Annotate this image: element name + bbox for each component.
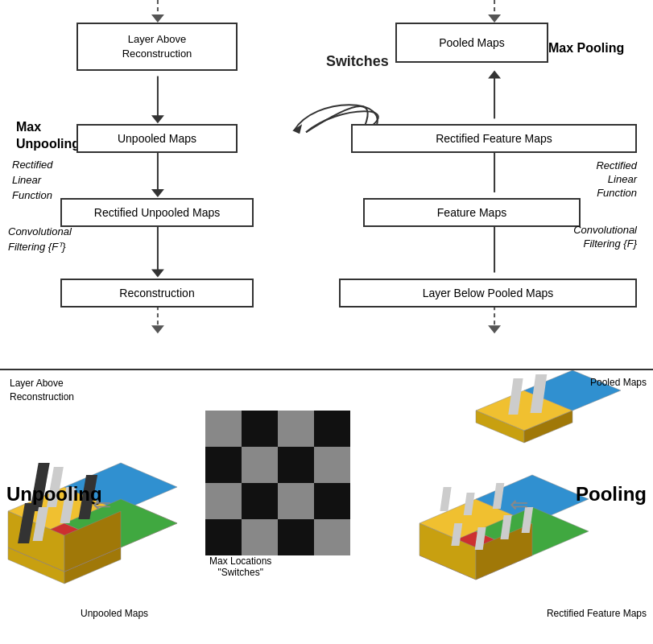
- unpooling-big-label: Unpooling: [6, 483, 102, 506]
- layer-below-pooled-maps-label: Layer Below Pooled Maps: [423, 287, 554, 299]
- svg-rect-53: [205, 519, 242, 555]
- svg-rect-49: [205, 483, 242, 519]
- svg-marker-7: [151, 270, 164, 278]
- right-iso-svg: [411, 370, 653, 644]
- rectified-linear-label-right: Rectified Linear Function: [568, 159, 637, 200]
- svg-rect-69: [440, 487, 451, 511]
- max-locations-label: Max Locations "Switches": [209, 555, 271, 578]
- convolutional-filtering-label-left: Convolutional Filtering {Fᵀ}: [8, 224, 72, 254]
- svg-marker-9: [151, 325, 164, 333]
- svg-rect-55: [278, 519, 314, 555]
- svg-marker-11: [488, 14, 501, 23]
- svg-marker-3: [151, 115, 164, 123]
- svg-rect-45: [205, 447, 242, 483]
- bottom-pooled-maps-label: Pooled Maps: [590, 377, 647, 388]
- rectified-feature-maps-label: Rectified Feature Maps: [436, 132, 552, 145]
- svg-marker-13: [488, 71, 501, 79]
- svg-rect-51: [278, 483, 314, 519]
- svg-marker-5: [151, 189, 164, 197]
- flow-diagram-section: Switches Layer Above Reconstruction Max …: [0, 0, 653, 370]
- svg-rect-41: [205, 411, 242, 447]
- left-iso-svg: [0, 370, 225, 644]
- reconstruction-label: Reconstruction: [119, 287, 194, 299]
- rectified-feature-maps-box: Rectified Feature Maps: [351, 124, 637, 153]
- main-diagram: Switches Layer Above Reconstruction Max …: [0, 0, 653, 644]
- bottom-rectified-feature-maps-label: Rectified Feature Maps: [547, 608, 647, 619]
- svg-rect-42: [242, 411, 278, 447]
- bottom-unpooled-maps-label: Unpooled Maps: [81, 608, 148, 619]
- pooled-maps-box: Pooled Maps: [395, 23, 548, 63]
- unpooled-maps-label: Unpooled Maps: [118, 132, 196, 145]
- convolutional-filtering-label-right: Convolutional Filtering {F}: [564, 224, 637, 251]
- svg-rect-56: [314, 519, 350, 555]
- layer-above-reconstruction-box: Layer Above Reconstruction: [76, 23, 238, 71]
- unpooling-arrow-icon: ⇐: [93, 491, 111, 518]
- svg-marker-23: [292, 124, 302, 134]
- svg-rect-54: [242, 519, 278, 555]
- center-switches-svg: [205, 411, 350, 555]
- rectified-unpooled-maps-box: Rectified Unpooled Maps: [60, 198, 254, 227]
- pooled-maps-label: Pooled Maps: [439, 36, 505, 49]
- svg-marker-1: [151, 14, 164, 23]
- feature-maps-box: Feature Maps: [363, 198, 581, 227]
- max-pooling-label: Max Pooling: [548, 40, 637, 57]
- svg-rect-44: [314, 411, 350, 447]
- pooling-big-label: Pooling: [576, 483, 647, 506]
- reconstruction-box: Reconstruction: [60, 279, 254, 308]
- pooling-arrow-icon: ⇐: [510, 491, 528, 518]
- rectified-linear-label-left: Rectified Linear Function: [12, 157, 81, 203]
- bottom-layer-above-label: Layer Above Reconstruction: [10, 377, 74, 404]
- svg-marker-19: [488, 325, 501, 333]
- svg-rect-48: [314, 447, 350, 483]
- isometric-visualization: Layer Above Reconstruction Unpooling ⇐ M…: [0, 370, 653, 644]
- svg-rect-43: [278, 411, 314, 447]
- unpooled-maps-box: Unpooled Maps: [76, 124, 238, 153]
- svg-text:Switches: Switches: [326, 53, 389, 69]
- svg-rect-52: [314, 483, 350, 519]
- layer-above-reconstruction-label: Layer Above Reconstruction: [122, 32, 192, 61]
- feature-maps-label: Feature Maps: [437, 206, 506, 219]
- svg-rect-47: [278, 447, 314, 483]
- rectified-unpooled-maps-label: Rectified Unpooled Maps: [94, 206, 220, 219]
- svg-rect-46: [242, 447, 278, 483]
- svg-rect-50: [242, 483, 278, 519]
- layer-below-pooled-maps-box: Layer Below Pooled Maps: [339, 279, 637, 308]
